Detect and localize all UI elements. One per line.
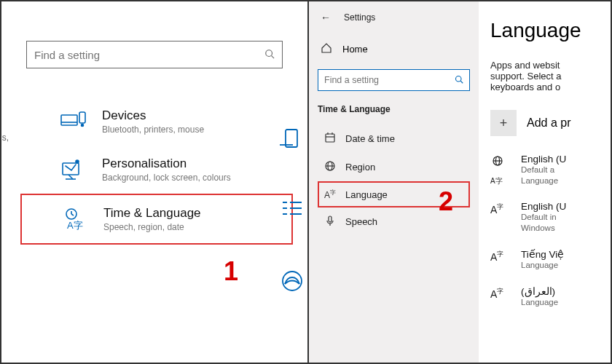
svg-rect-32 bbox=[329, 216, 332, 222]
back-icon[interactable]: ← bbox=[321, 12, 331, 23]
category-personalisation[interactable]: Personalisation Background, lock screen,… bbox=[1, 146, 293, 194]
search-input-container[interactable] bbox=[26, 41, 283, 68]
language-item[interactable]: A字 English (U Default in Windows bbox=[490, 201, 611, 234]
search-icon bbox=[264, 49, 275, 61]
speech-icon bbox=[323, 215, 337, 229]
personalisation-icon bbox=[60, 156, 87, 183]
language-icon: A字 bbox=[323, 189, 337, 200]
sidebar-search[interactable] bbox=[318, 69, 470, 91]
language-item[interactable]: A字 Tiếng Việ Language bbox=[490, 248, 611, 271]
datetime-icon bbox=[323, 132, 337, 146]
sidebar-item-region[interactable]: Region bbox=[318, 153, 470, 181]
time-language-icon: A字 bbox=[61, 205, 89, 233]
sidebar-item-label: Language bbox=[345, 189, 388, 200]
svg-rect-6 bbox=[63, 163, 79, 175]
category-time-language[interactable]: A字 Time & Language Speech, region, date bbox=[20, 194, 293, 245]
svg-text:A字: A字 bbox=[67, 220, 83, 231]
svg-rect-25 bbox=[326, 134, 334, 142]
svg-point-0 bbox=[266, 50, 272, 56]
phone-icon bbox=[280, 128, 305, 149]
category-devices[interactable]: Devices Bluetooth, printers, mouse bbox=[1, 98, 293, 146]
svg-line-7 bbox=[68, 175, 73, 179]
home-icon bbox=[321, 42, 332, 56]
settings-header: Settings bbox=[344, 12, 375, 23]
svg-rect-4 bbox=[79, 112, 85, 123]
svg-line-12 bbox=[71, 214, 74, 215]
apps-icon bbox=[280, 199, 305, 218]
page-title: Language bbox=[490, 19, 611, 42]
search-input[interactable] bbox=[34, 49, 264, 61]
annotation-marker-1: 1 bbox=[224, 256, 238, 287]
language-item[interactable]: A字 English (U Default a Language bbox=[490, 154, 611, 186]
category-subtitle: Speech, region, date bbox=[103, 222, 201, 232]
language-settings-panel: ← Settings Home Time & Language bbox=[309, 1, 611, 363]
svg-line-1 bbox=[272, 55, 275, 58]
category-title: Time & Language bbox=[103, 206, 201, 221]
globe-lang-icon: A字 bbox=[490, 154, 511, 186]
sidebar-section-label: Time & Language bbox=[318, 104, 470, 114]
svg-rect-2 bbox=[61, 115, 77, 125]
svg-point-5 bbox=[82, 124, 84, 127]
category-title: Personalisation bbox=[102, 157, 231, 171]
gaming-icon bbox=[280, 269, 304, 293]
settings-home-panel: ns, Devices Bluetooth, printers, mouse bbox=[1, 1, 307, 363]
language-description: Apps and websit support. Select a keyboa… bbox=[490, 60, 611, 92]
lang-pack-icon: A字 bbox=[490, 285, 511, 308]
sidebar-item-label: Region bbox=[345, 162, 375, 173]
svg-point-9 bbox=[76, 160, 79, 163]
svg-line-24 bbox=[460, 81, 463, 83]
add-language-row[interactable]: + Add a pr bbox=[490, 110, 611, 136]
annotation-marker-2: 2 bbox=[439, 186, 453, 217]
search-icon bbox=[455, 75, 463, 86]
sidebar-item-label: Date & time bbox=[345, 133, 395, 144]
lang-pack-icon: A字 bbox=[490, 248, 511, 271]
language-item[interactable]: A字 (العراق) Language bbox=[490, 285, 611, 308]
sidebar-search-input[interactable] bbox=[324, 75, 455, 85]
sidebar-item-datetime[interactable]: Date & time bbox=[318, 124, 470, 153]
sidebar-item-home[interactable]: Home bbox=[318, 38, 470, 60]
add-language-label: Add a pr bbox=[527, 116, 570, 130]
language-content: Language Apps and websit support. Select… bbox=[479, 1, 611, 363]
settings-peek-column bbox=[277, 1, 307, 363]
add-language-button[interactable]: + bbox=[490, 110, 517, 136]
category-subtitle: Bluetooth, printers, mouse bbox=[102, 124, 204, 135]
sidebar-item-label: Home bbox=[342, 44, 368, 55]
region-icon bbox=[323, 160, 337, 174]
svg-point-23 bbox=[456, 76, 462, 82]
category-title: Devices bbox=[102, 108, 204, 123]
lang-pack-icon: A字 bbox=[490, 201, 511, 234]
settings-sidebar: ← Settings Home Time & Language bbox=[309, 1, 479, 363]
sidebar-item-label: Speech bbox=[345, 216, 377, 227]
category-subtitle: Background, lock screen, colours bbox=[102, 173, 231, 183]
devices-icon bbox=[60, 108, 87, 135]
